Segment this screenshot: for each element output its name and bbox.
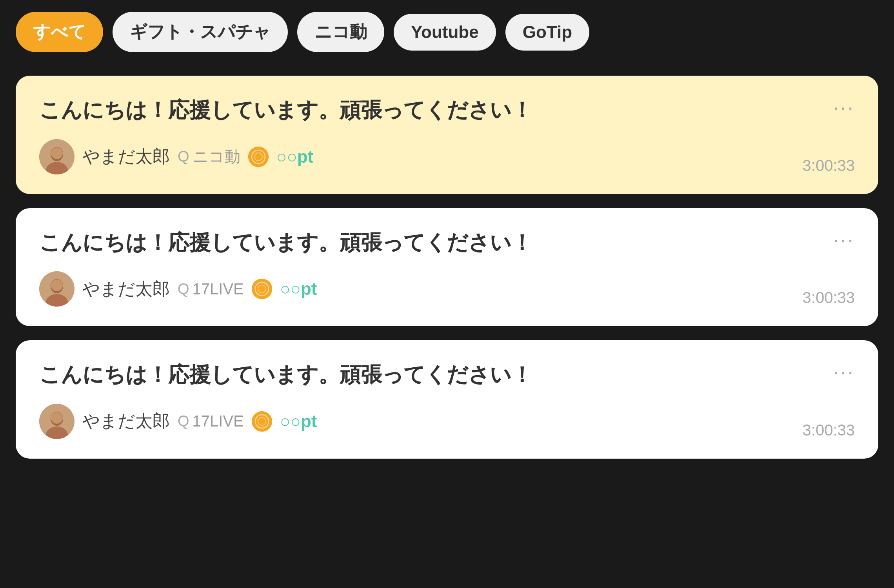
card-meta-1: やまだ太郎 Q ニコ動 ○○pt [39,139,855,174]
card-meta-3: やまだ太郎 Q 17LIVE ○○pt [39,404,855,439]
username-2: やまだ太郎 [82,278,170,301]
cards-container: ··· こんにちは！応援しています。頑張ってください！ やまだ太郎 Q ニコ動 [16,76,878,459]
tab-all[interactable]: すべて [16,12,103,52]
timestamp-1: 3:00:33 [803,157,855,174]
platform-text-3: 17LIVE [193,412,244,430]
tab-youtube[interactable]: Youtube [394,14,496,51]
points-1: ○○pt [276,147,314,167]
points-3: ○○pt [280,412,317,431]
svg-point-3 [51,147,63,159]
tab-niconico[interactable]: ニコ動 [297,12,384,52]
platform-text-2: 17LIVE [193,280,244,298]
username-3: やまだ太郎 [82,410,170,433]
card-2: ··· こんにちは！応援しています。頑張ってください！ やまだ太郎 Q 17LI… [16,208,878,327]
platform-icon-1: Q [178,148,189,165]
svg-point-17 [51,412,63,424]
card-1: ··· こんにちは！応援しています。頑張ってください！ やまだ太郎 Q ニコ動 [16,76,878,194]
platform-icon-2: Q [178,281,189,298]
filter-tabs: すべてギフト・スパチャニコ動YoutubeGoTip [16,12,878,52]
card-3: ··· こんにちは！応援しています。頑張ってください！ やまだ太郎 Q 17LI… [16,340,878,459]
platform-badge-3: Q 17LIVE [178,412,244,430]
card-message-1: こんにちは！応援しています。頑張ってください！ [39,95,855,125]
more-button-1[interactable]: ··· [833,95,855,119]
timestamp-2: 3:00:33 [803,289,855,307]
timestamp-3: 3:00:33 [803,421,855,439]
coin-icon-1 [248,147,269,167]
card-message-2: こんにちは！応援しています。頑張ってください！ [39,228,855,258]
platform-badge-2: Q 17LIVE [178,280,244,298]
svg-point-10 [51,279,63,291]
tab-gift[interactable]: ギフト・スパチャ [113,12,288,52]
more-button-2[interactable]: ··· [833,228,855,251]
points-2: ○○pt [280,279,317,299]
card-meta-2: やまだ太郎 Q 17LIVE ○○pt [39,271,855,307]
coin-icon-3 [252,411,272,432]
username-1: やまだ太郎 [82,145,170,168]
more-button-3[interactable]: ··· [833,360,855,383]
platform-text-1: ニコ動 [193,146,240,167]
tab-gotip[interactable]: GoTip [505,14,589,51]
avatar-1 [39,139,74,174]
avatar-2 [39,271,74,307]
avatar-3 [39,404,74,439]
platform-icon-3: Q [178,413,189,430]
platform-badge-1: Q ニコ動 [178,146,240,167]
card-message-3: こんにちは！応援しています。頑張ってください！ [39,360,855,390]
coin-icon-2 [252,279,272,299]
